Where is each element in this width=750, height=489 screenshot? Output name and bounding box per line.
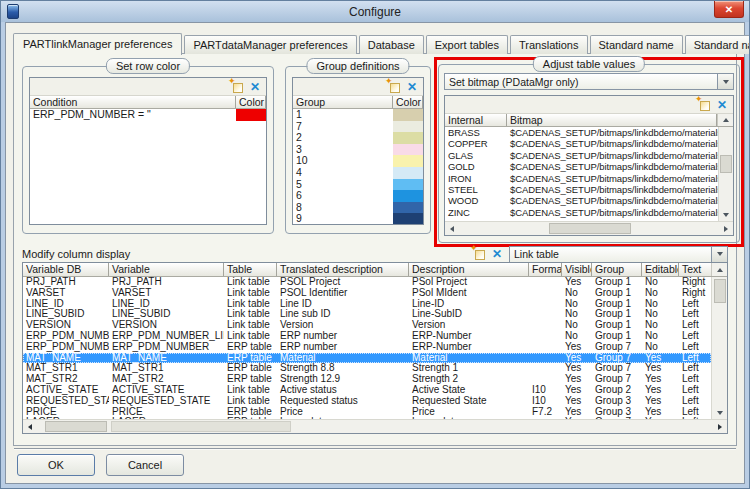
bitmap-row[interactable]: WOOD$CADENAS_SETUP/bitmaps/linkdbdemo/ma… [445,195,718,206]
column-config-row[interactable]: LINE_IDLINE_IDLink tableLine IDLine-IDNo… [23,299,711,310]
ok-button[interactable]: OK [17,454,95,476]
bitmap-row[interactable]: BRASS$CADENAS_SETUP/bitmaps/linkdbdemo/m… [445,127,718,138]
delete-icon[interactable]: ✕ [407,81,417,93]
group-row[interactable]: 9 [293,213,423,224]
scrollbar-thumb[interactable] [549,223,631,234]
table-rows: PRJ_PATHPRJ_PATHLink tablePSOL ProjectPS… [23,277,711,419]
column-config-row[interactable]: MAT_STR2MAT_STR2ERP tableStrength 12.9St… [23,374,711,385]
column-header-editable[interactable]: Editable [642,263,679,276]
scrollbar-thumb[interactable] [720,155,732,173]
column-header-variable[interactable]: Variable [109,263,224,276]
group-row[interactable]: 2 [293,132,423,144]
set-bitmap-dropdown[interactable]: Set bitmap (PDataMgr only) [444,73,734,90]
group-row[interactable]: 8 [293,202,423,214]
cell: VARSET [109,288,224,299]
column-config-row[interactable]: LINE_SUBIDLINE_SUBIDLink tableLine sub I… [23,309,711,320]
column-config-row[interactable]: VARSETVARSETLink tablePSOL IdentifierPSo… [23,288,711,299]
group-row[interactable]: 6 [293,190,423,202]
column-config-row[interactable]: PRJ_PATHPRJ_PATHLink tablePSOL ProjectPS… [23,277,711,288]
tab-export-tables[interactable]: Export tables [426,35,508,54]
column-header-format[interactable]: Format [529,263,562,276]
bitmap-vertical-scrollbar[interactable] [718,127,733,221]
delete-icon[interactable]: ✕ [250,81,260,93]
column-header-bitmap[interactable]: Bitmap [507,114,717,126]
cell: Yes [642,353,679,364]
column-config-row[interactable]: MAT_NAMEMAT_NAMEERP tableMaterialMateria… [23,353,711,364]
bitmap-horizontal-scrollbar[interactable] [445,221,733,235]
group-row[interactable]: 10 [293,155,423,167]
bitmap-row[interactable]: COPPER$CADENAS_SETUP/bitmaps/linkdbdemo/… [445,138,718,149]
scroll-left-icon[interactable] [445,222,459,235]
column-header-visible[interactable]: Visible [562,263,592,276]
scroll-left-icon[interactable] [23,420,37,433]
cell [529,353,562,364]
close-icon[interactable]: ✕ [714,1,744,18]
scrollbar-track[interactable] [111,421,291,432]
group-row[interactable]: 3 [293,144,423,156]
column-header-internal[interactable]: Internal [445,114,507,126]
column-config-row[interactable]: VERSIONVERSIONLink tableVersionVersionNo… [23,320,711,331]
cancel-button[interactable]: Cancel [106,454,184,476]
row-color-row[interactable]: ERP_PDM_NUMBER = " [30,109,266,121]
column-config-row[interactable]: REQUESTED_STATEREQUESTED_STATELink table… [23,396,711,407]
adjust-table-values-groupbox: Adjust table values Set bitmap (PDataMgr… [438,64,740,243]
bitmap-row[interactable]: GOLD$CADENAS_SETUP/bitmaps/linkdbdemo/ma… [445,161,718,172]
column-header-description[interactable]: Description [409,263,529,276]
new-item-icon[interactable]: ✦ [472,248,485,260]
cell: IRON [445,173,507,184]
bitmap-row[interactable]: GLAS$CADENAS_SETUP/bitmaps/linkdbdemo/ma… [445,150,718,161]
link-table-dropdown[interactable]: Link table [509,246,728,263]
color-swatch [393,190,423,202]
column-header-variable-db[interactable]: Variable DB [23,263,109,276]
group-row[interactable]: 1 [293,109,423,121]
bitmap-row[interactable]: ZINC$CADENAS_SETUP/bitmaps/linkdbdemo/ma… [445,207,718,218]
chevron-down-icon[interactable] [711,247,727,262]
cell: Link table [224,385,277,396]
scroll-right-icon[interactable] [719,222,733,235]
table-vertical-scrollbar[interactable] [711,277,727,419]
scroll-down-icon[interactable] [719,208,733,221]
cell: Left [679,309,711,320]
column-header-color[interactable]: Color [393,96,423,108]
column-header-color[interactable]: Color [236,96,266,108]
new-item-icon[interactable]: ✦ [697,99,710,111]
scroll-up-icon[interactable] [717,114,733,126]
tab-standard-name[interactable]: Standard name [590,35,683,54]
tab-partdatamanager-preferences[interactable]: PARTdataManager preferences [184,35,356,54]
column-header-condition[interactable]: Condition [30,96,236,108]
column-config-row[interactable]: ERP_PDM_NUMBERERP_PDM_NUMBERERP tableERP… [23,342,711,353]
column-header-group[interactable]: Group [592,263,642,276]
new-item-icon[interactable]: ✦ [387,81,400,93]
column-config-row[interactable]: MAT_STR1MAT_STR1ERP tableStrength 8.8Str… [23,363,711,374]
cell: ERP table [224,363,277,374]
scroll-right-icon[interactable] [713,420,727,433]
delete-icon[interactable]: ✕ [717,99,727,111]
tab-partlinkmanager-preferences[interactable]: PARTlinkManager preferences [13,33,182,55]
table-horizontal-scrollbar[interactable] [23,419,727,433]
tab-standard-name-short[interactable]: Standard name (short) [685,35,750,54]
tab-database[interactable]: Database [359,35,424,54]
tab-translations[interactable]: Translations [510,35,588,54]
column-header-translated-description[interactable]: Translated description [277,263,409,276]
column-header-text[interactable]: Text [679,263,711,276]
chevron-down-icon[interactable] [717,74,733,89]
delete-icon[interactable]: ✕ [492,248,502,260]
bitmap-row[interactable]: STEEL$CADENAS_SETUP/bitmaps/linkdbdemo/m… [445,184,718,195]
group-row[interactable]: 7 [293,121,423,133]
group-row[interactable]: 4 [293,167,423,179]
group-row[interactable]: 5 [293,179,423,191]
column-header-group[interactable]: Group [293,96,393,108]
scroll-down-icon[interactable] [712,406,727,419]
scrollbar-thumb[interactable] [714,279,726,303]
column-config-row[interactable]: ACTIVE_STATEACTIVE_STATELink tableActive… [23,385,711,396]
scroll-up-icon[interactable] [711,263,727,276]
new-item-icon[interactable]: ✦ [230,81,243,93]
cell: Yes [562,407,592,418]
column-config-row[interactable]: ERP_PDM_NUMBERERP_PDM_NUMBER_LINKTABLELi… [23,331,711,342]
bitmap-row[interactable]: IRON$CADENAS_SETUP/bitmaps/linkdbdemo/ma… [445,173,718,184]
column-header-table[interactable]: Table [224,263,277,276]
cell: Group 1 [592,299,642,310]
cell: PSOL Identifier [277,288,409,299]
scrollbar-thumb[interactable] [45,421,107,432]
column-config-row[interactable]: PRICEPRICEERP tablePricePriceF7.2YesGrou… [23,407,711,418]
